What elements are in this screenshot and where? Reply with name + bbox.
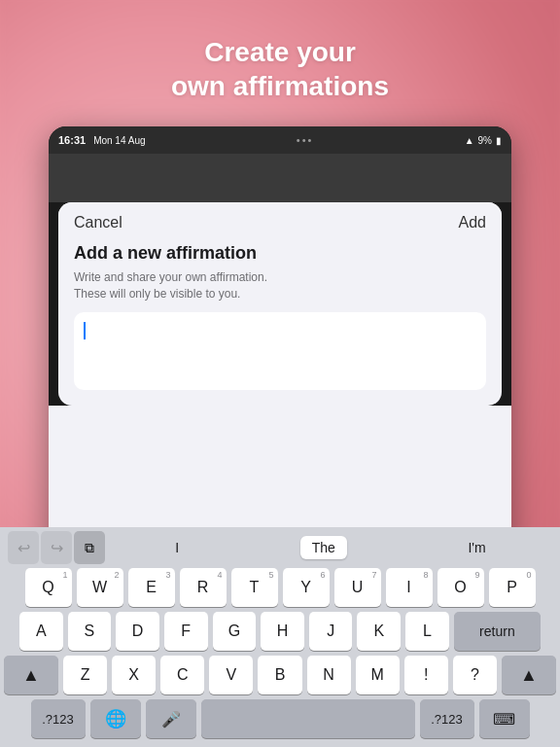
key-c[interactable]: C <box>160 656 204 694</box>
shift-key[interactable]: ▲ <box>4 656 58 694</box>
mic-key[interactable]: 🎤 <box>146 699 196 738</box>
status-time: 16:31 <box>58 134 86 146</box>
suggestions-container: I The I'm <box>109 536 552 559</box>
key-i[interactable]: I8 <box>386 568 433 607</box>
key-k[interactable]: K <box>357 612 401 651</box>
modal-toolbar: Cancel Add <box>58 202 502 239</box>
status-date: Mon 14 Aug <box>93 135 145 146</box>
key-w[interactable]: W2 <box>77 568 123 607</box>
key-b[interactable]: B <box>258 656 301 694</box>
key-g[interactable]: G <box>213 612 257 651</box>
key-u[interactable]: U7 <box>334 568 381 607</box>
suggestion-i[interactable]: I <box>163 536 191 559</box>
modal-title: Add a new affirmation <box>74 243 486 264</box>
num123-key-right[interactable]: .?123 <box>420 699 474 738</box>
modal-dialog: Cancel Add Add a new affirmation Write a… <box>58 202 502 406</box>
return-key[interactable]: return <box>454 612 541 651</box>
text-cursor <box>84 322 86 339</box>
battery-icon: ▮ <box>496 135 502 146</box>
cancel-button[interactable]: Cancel <box>74 214 122 231</box>
redo-button[interactable]: ↪ <box>41 531 72 564</box>
key-q[interactable]: Q1 <box>25 568 72 607</box>
clipboard-button[interactable]: ⧉ <box>74 531 105 564</box>
modal-subtitle: Write and share your own affirmation. Th… <box>74 269 486 302</box>
key-question[interactable]: ? <box>453 656 497 694</box>
key-a[interactable]: A <box>19 612 63 651</box>
globe-key[interactable]: 🌐 <box>90 699 141 738</box>
key-y[interactable]: Y6 <box>283 568 330 607</box>
key-exclaim[interactable]: ! <box>404 656 448 694</box>
key-row-1: Q1 W2 E3 R4 T5 Y6 U7 I8 O9 P0 <box>4 568 556 607</box>
key-n[interactable]: N <box>307 656 351 694</box>
key-r[interactable]: R4 <box>180 568 227 607</box>
shift-key-right[interactable]: ▲ <box>502 656 556 694</box>
key-t[interactable]: T5 <box>231 568 278 607</box>
battery-text: 9% <box>478 135 492 146</box>
autocomplete-bar: ↩ ↪ ⧉ I The I'm <box>0 527 560 568</box>
nav-buttons: ↩ ↪ ⧉ <box>8 531 105 564</box>
keyboard-dismiss-key[interactable]: ⌨ <box>479 699 530 738</box>
key-j[interactable]: J <box>309 612 353 651</box>
key-m[interactable]: M <box>356 656 400 694</box>
modal-body: Add a new affirmation Write and share yo… <box>58 239 502 406</box>
add-button[interactable]: Add <box>459 214 486 231</box>
key-h[interactable]: H <box>261 612 304 651</box>
keyboard: ↩ ↪ ⧉ I The I'm Q1 W2 E3 R4 T5 Y6 U7 I8 … <box>0 527 560 747</box>
key-l[interactable]: L <box>405 612 449 651</box>
status-bar: 16:31 Mon 14 Aug ••• ▲ 9% ▮ <box>49 126 511 154</box>
undo-button[interactable]: ↩ <box>8 531 39 564</box>
status-dots: ••• <box>297 134 314 146</box>
wifi-icon: ▲ <box>465 135 474 146</box>
key-f[interactable]: F <box>164 612 208 651</box>
key-row-2: A S D F G H J K L return <box>19 612 541 651</box>
suggestion-the[interactable]: The <box>300 536 347 559</box>
key-e[interactable]: E3 <box>128 568 175 607</box>
space-key[interactable] <box>201 699 415 738</box>
main-heading: Create your own affirmations <box>0 35 560 103</box>
app-background <box>49 154 511 202</box>
key-p[interactable]: P0 <box>489 568 536 607</box>
key-d[interactable]: D <box>116 612 159 651</box>
key-x[interactable]: X <box>112 656 156 694</box>
key-s[interactable]: S <box>68 612 112 651</box>
key-row-3: ▲ Z X C V B N M ! ? ▲ <box>4 656 556 694</box>
key-o[interactable]: O9 <box>438 568 484 607</box>
key-v[interactable]: V <box>209 656 253 694</box>
key-row-4: .?123 🌐 🎤 .?123 ⌨ <box>4 699 556 738</box>
num123-key[interactable]: .?123 <box>31 699 86 738</box>
key-z[interactable]: Z <box>63 656 107 694</box>
status-icons: ▲ 9% ▮ <box>465 135 502 146</box>
suggestion-im[interactable]: I'm <box>456 536 497 559</box>
affirmation-input[interactable] <box>74 312 486 390</box>
